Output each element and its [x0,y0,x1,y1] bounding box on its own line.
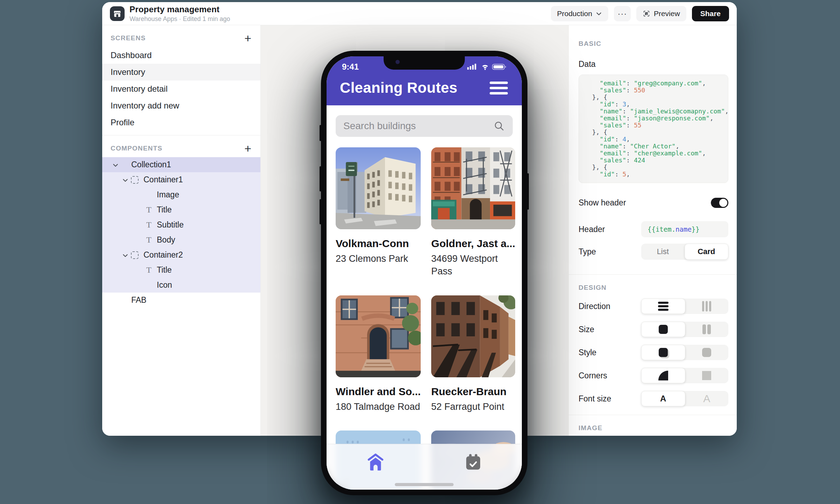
code-line: }, { [584,164,722,171]
template-token: }} [692,225,700,233]
component-row-icon[interactable]: Icon [102,278,260,293]
component-row-container2[interactable]: Container2 [102,247,260,262]
type-option-card[interactable]: Card [685,244,729,260]
volume-down-button [320,199,321,224]
add-component-button[interactable]: + [244,145,251,152]
project-title-block: Property management Warehouse Apps · Edi… [130,5,230,23]
chevron-down-icon [596,10,602,17]
top-bar: Property management Warehouse Apps · Edi… [102,2,737,25]
show-header-label: Show header [579,198,626,208]
component-row-image[interactable]: Image [102,187,260,202]
component-label: Container2 [144,250,183,260]
rows-icon[interactable] [641,299,685,314]
font-small-a[interactable]: A [641,391,685,406]
code-line: "email": "greg@company.com", [584,80,722,87]
type-option-list[interactable]: List [641,244,685,260]
share-button[interactable]: Share [692,6,729,21]
design-segmented-control [641,299,728,314]
component-row-body[interactable]: TBody [102,232,260,247]
card-subtitle: 52 Farragut Point [431,400,515,413]
card-subtitle: 34699 Westport Pass [431,252,515,278]
search-bar[interactable] [336,115,513,137]
add-screen-button[interactable]: + [244,35,251,42]
sharp-corner-icon[interactable] [685,368,729,383]
design-row-label: Style [579,348,641,357]
component-row-title[interactable]: TTitle [102,262,260,278]
show-header-toggle[interactable] [711,198,728,208]
building-card[interactable]: Goldner, Jast a...34699 Westport Pass [431,147,515,278]
rounded-corner-icon[interactable] [641,368,685,383]
code-line: "name": "Cher Actor", [584,143,722,150]
columns-icon[interactable] [685,299,729,314]
card-subtitle: 23 Clemons Park [336,252,421,265]
template-token: {{item. [648,225,676,233]
component-row-collection1[interactable]: Collection1 [102,157,260,172]
home-indicator [395,483,454,486]
design-row-label: Corners [579,371,641,380]
sidebar-item-inventory-detail[interactable]: Inventory detail [102,80,260,97]
component-label: Title [157,265,172,275]
design-rows: DirectionSizeStyleCornersFont sizeAA [579,299,728,406]
card-shadow-icon[interactable] [641,345,685,360]
text-icon: T [146,265,152,275]
sidebar-item-inventory-add-new[interactable]: Inventory add new [102,97,260,114]
building-photo [336,147,421,229]
search-input[interactable] [343,120,493,132]
code-line: "id": 3, [584,101,722,108]
code-line: "id": 4, [584,136,722,143]
preview-button[interactable]: Preview [636,6,686,21]
component-label: FAB [131,295,146,305]
type-segmented-control: ListCard [641,244,728,260]
chevron-down-icon[interactable] [122,176,129,183]
code-line: }, { [584,129,722,136]
data-code-editor[interactable]: "email": "greg@company.com", "sales": 55… [579,75,728,183]
component-row-container1[interactable]: Container1 [102,172,260,187]
code-line: }, { [584,94,722,101]
calendar-check-icon [463,452,483,472]
home-icon [365,452,386,474]
project-subtitle: Warehouse Apps · Edited 1 min ago [130,15,230,23]
split-columns-icon[interactable] [685,322,729,337]
front-camera-dot [396,60,400,64]
hamburger-menu-icon[interactable] [490,82,508,94]
phone-app-header: 9:41 Cleaning Routes [327,56,522,105]
chevron-down-icon[interactable] [122,252,129,259]
design-section-header: DESIGN [579,284,728,292]
card-title: Volkman-Conn [336,238,421,250]
design-row-direction: Direction [579,299,728,314]
code-line: "name": "jamie_lewis@comapny.com", [584,108,722,115]
component-row-fab[interactable]: FAB [102,293,260,308]
building-photo [431,295,515,377]
phone-app-title: Cleaning Routes [340,79,457,96]
more-menu-button[interactable]: ··· [614,6,631,21]
building-card[interactable]: Windler and So...180 Talmadge Road [336,295,421,413]
template-token: name [676,225,692,233]
phone-screen: 9:41 Cleaning Routes [327,56,522,490]
environment-select[interactable]: Production [551,6,608,21]
flat-square-icon[interactable] [685,345,729,360]
building-card[interactable]: Ruecker-Braun52 Farragut Point [431,295,515,413]
building-card[interactable]: Volkman-Conn23 Clemons Park [336,147,421,278]
component-row-title[interactable]: TTitle [102,202,260,217]
status-icons [467,63,508,71]
design-segmented-control [641,322,728,337]
inspector-panel: BASIC Data "email": "greg@company.com", … [568,25,737,436]
code-line: "sales": 424 [584,157,722,164]
chevron-down-icon[interactable] [112,161,119,168]
toggle-knob [719,199,727,207]
sidebar-item-dashboard[interactable]: Dashboard [102,47,260,64]
sidebar-item-inventory[interactable]: Inventory [102,64,260,80]
component-row-subtitle[interactable]: TSubtitle [102,217,260,232]
design-row-label: Font size [579,394,641,404]
phone-notch [384,56,465,70]
font-large-a[interactable]: A [685,391,729,406]
screens-section-header: SCREENS [111,34,146,42]
large-square-icon[interactable] [641,322,685,337]
phone-mockup: 9:41 Cleaning Routes [321,51,527,495]
header-value-field[interactable]: {{item.name}} [641,221,728,237]
search-icon [493,120,505,132]
sidebar-item-profile[interactable]: Profile [102,114,260,131]
component-label: Collection1 [131,160,171,169]
preview-label: Preview [654,9,680,18]
design-row-label: Size [579,325,641,334]
